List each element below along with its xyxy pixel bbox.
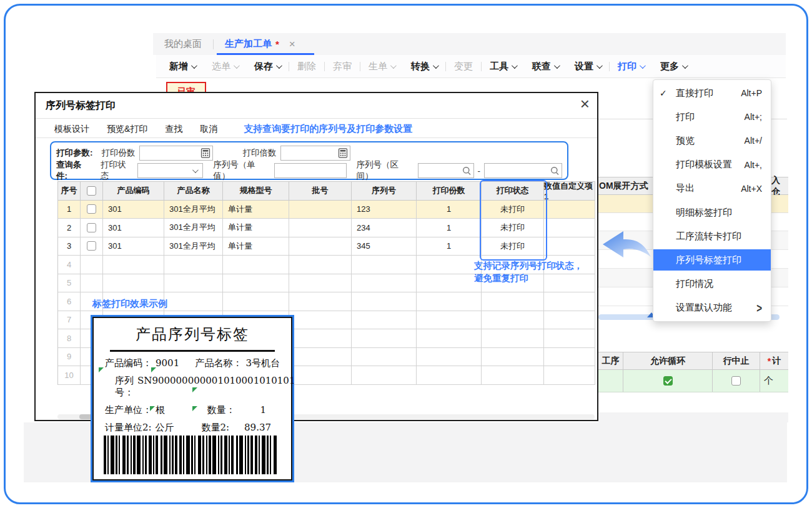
barcode-bar [186,436,190,474]
print-menu-item[interactable]: 打印模板设置Alt+, [653,154,771,176]
empty-cell [713,392,760,413]
print-status-select[interactable] [137,163,203,178]
toolbar-button[interactable]: 更多 [652,61,695,72]
print-menu-item[interactable]: 序列号标签打印 [653,249,771,271]
empty-table-cell [103,274,164,293]
toolbar: 新增选单保存删除弃审生单转换变更工具联查设置打印更多 [156,55,786,78]
toolbar-button[interactable]: 删除 [289,61,324,72]
print-menu-item[interactable]: 设置默认功能> [653,297,771,319]
barcode-bar [137,436,141,474]
toolbar-button-label: 工具 [490,61,508,72]
print-menu-item[interactable]: 打印情况 [653,274,771,295]
dialog-close-icon[interactable]: × [580,96,590,112]
cancel-button[interactable]: 取消 [200,124,217,135]
barcode-bar [161,436,162,474]
barcode-bar [247,436,249,474]
sn-label: 序列号： [115,375,134,399]
qty2-label: 数量2: [201,422,229,434]
sn-single-label: 序列号（单值） [213,159,270,182]
barcode-bar [194,436,196,474]
allow-loop-checkbox-checked[interactable] [663,376,673,386]
table-cell [81,219,103,237]
toolbar-button[interactable]: 转换 [403,61,445,72]
toolbar-button[interactable]: 保存 [246,61,289,72]
query-group-label: 查询条件: [56,159,92,182]
barcode-bar [267,436,269,474]
template-design-button[interactable]: 模板设计 [54,124,89,135]
print-menu-item[interactable]: 导出Alt+X [653,178,771,199]
pointer-arrow-icon [601,229,654,264]
empty-table-cell [223,292,289,311]
required-mark: * [768,356,771,366]
empty-table-cell [417,366,482,385]
divider [36,137,597,138]
process-table-empty-row [598,392,788,414]
row-checkbox[interactable] [87,223,96,232]
name-label: 产品名称： [195,357,242,369]
empty-table-cell [482,292,544,311]
table-cell [81,237,103,256]
empty-table-cell [352,274,417,293]
table-cell [81,201,103,219]
unit-value: 根 [156,404,165,416]
row-checkbox[interactable] [87,241,96,251]
cell-flag-icon [150,406,155,411]
background-footer-right [598,412,788,422]
multiple-label: 打印倍数 [243,147,277,159]
empty-table-cell: 9 [58,348,81,367]
toolbar-button-label: 生单 [369,61,387,72]
table-cell: 2 [58,219,81,237]
submenu-arrow-icon: > [756,301,762,315]
print-menu-item[interactable]: 预览Alt+/ [653,130,771,151]
select-all-checkbox[interactable] [87,186,96,196]
toolbar-button[interactable]: 联查 [524,61,567,72]
toolbar-button[interactable]: 设置 [567,61,609,72]
menu-item-label: 设置默认功能 [676,302,732,314]
toolbar-button-label: 新增 [169,61,188,72]
empty-table-cell [482,348,544,367]
toolbar-button[interactable]: 生单 [360,61,403,72]
sn-value: SN900000000001010001010101 [137,375,295,386]
menu-item-shortcut: Alt+; [745,112,762,122]
print-menu-item[interactable]: 打印Alt+; [653,106,771,127]
empty-table-cell: 5 [58,274,81,293]
sn-range-to-input[interactable] [484,163,562,178]
toolbar-button[interactable]: 新增 [161,61,204,72]
print-menu-item[interactable]: 工序流转卡打印 [653,226,771,247]
empty-table-cell [417,274,482,293]
toolbar-button[interactable]: 变更 [446,61,481,72]
tab-close-icon[interactable]: × [289,38,295,51]
copies-input[interactable] [139,146,213,161]
search-icon [550,166,560,176]
sn-range-from-input[interactable] [418,163,474,178]
empty-table-cell [289,256,352,274]
toolbar-button-label: 保存 [254,61,273,72]
tab-my-desktop[interactable]: 我的桌面 [153,33,213,55]
print-menu-item[interactable]: ✓直接打印Alt+P [653,82,771,104]
chevron-down-icon [640,62,646,69]
barcode-bar [274,436,277,474]
table-cell: 未打印 [482,201,544,219]
toolbar-button[interactable]: 打印 [610,61,652,72]
column-header: 打印状态 [482,182,544,201]
print-menu-item[interactable]: 明细标签打印 [653,202,771,223]
toolbar-button[interactable]: 工具 [482,61,524,72]
multiple-input[interactable] [280,146,350,161]
barcode-bar [104,436,106,474]
row-checkbox[interactable] [87,204,96,214]
barcode-bar [149,436,152,474]
table-cell: 301 [103,219,164,237]
sn-single-input[interactable] [274,163,346,178]
tab-production-order[interactable]: 生产加工单 * × [214,33,307,55]
calculator-icon [201,148,210,158]
empty-table-cell [544,292,595,311]
empty-table-cell [544,329,595,348]
barcode-bar [175,436,177,474]
preview-print-button[interactable]: 预览&打印 [107,124,147,135]
toolbar-button[interactable]: 弃审 [325,61,360,72]
empty-table-cell [352,292,417,311]
search-button[interactable]: 查找 [165,124,182,135]
table-cell: 未打印 [482,219,544,237]
toolbar-button[interactable]: 选单 [204,61,246,72]
row-stop-checkbox[interactable] [731,376,741,386]
